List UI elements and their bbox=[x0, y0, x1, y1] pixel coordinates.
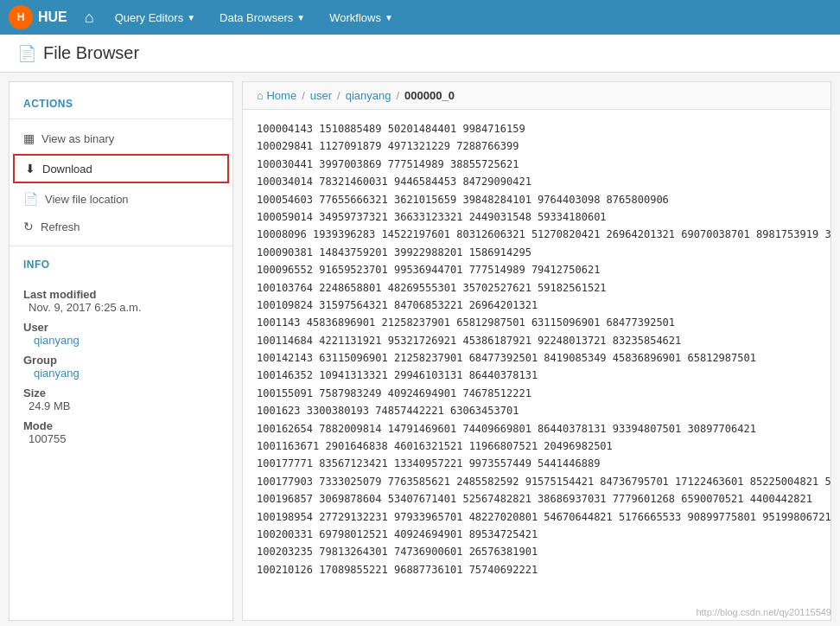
sidebar-item-download[interactable]: ⬇ Download bbox=[13, 154, 229, 183]
sidebar-divider-2 bbox=[10, 246, 232, 246]
file-line: 100030441 3997003869 777514989 388557256… bbox=[257, 156, 817, 173]
sidebar-item-view-as-binary[interactable]: ▦ View as binary bbox=[10, 125, 232, 152]
file-line: 100059014 34959737321 36633123321 244903… bbox=[257, 208, 817, 226]
file-browser-icon: 📄 bbox=[17, 44, 36, 63]
group-label: Group bbox=[23, 354, 219, 367]
page-title: File Browser bbox=[43, 43, 139, 63]
nav-data-browsers[interactable]: Data Browsers ▼ bbox=[207, 0, 317, 35]
nav-data-browsers-caret: ▼ bbox=[296, 13, 305, 22]
mode-value: 100755 bbox=[23, 432, 219, 445]
nav-workflows-label: Workflows bbox=[329, 11, 381, 24]
file-line: 100162654 7882009814 14791469601 7440966… bbox=[257, 420, 817, 438]
file-line: 100200331 69798012521 40924694901 895347… bbox=[257, 526, 817, 543]
breadcrumb-sep-3: / bbox=[396, 89, 399, 102]
hue-logo-icon: H bbox=[9, 5, 33, 29]
sidebar-item-refresh[interactable]: ↻ Refresh bbox=[10, 213, 232, 240]
file-line: 100142143 63115096901 21258237901 684773… bbox=[257, 349, 817, 367]
nav-data-browsers-label: Data Browsers bbox=[220, 11, 293, 24]
sidebar-item-download-label: Download bbox=[42, 163, 92, 176]
file-line: 100203235 79813264301 74736900601 265763… bbox=[257, 543, 817, 560]
file-content: 100004143 1510885489 50201484401 9984716… bbox=[243, 110, 830, 589]
sidebar-item-view-file-location[interactable]: 📄 View file location bbox=[10, 185, 232, 213]
view-binary-icon: ▦ bbox=[23, 131, 35, 145]
file-line: 100177903 7333025079 7763585621 24855825… bbox=[257, 473, 817, 490]
file-line: 100004143 1510885489 50201484401 9984716… bbox=[257, 120, 817, 137]
nav-workflows[interactable]: Workflows ▼ bbox=[317, 0, 405, 35]
page-header: 📄 File Browser bbox=[0, 35, 840, 73]
info-section-title: INFO bbox=[10, 252, 232, 274]
file-line: 100196857 3069878604 53407671401 5256748… bbox=[257, 490, 817, 508]
file-line: 100210126 17089855221 96887736101 757406… bbox=[257, 561, 817, 578]
file-line: 100146352 10941313321 29946103131 864403… bbox=[257, 367, 817, 384]
breadcrumb-sep-2: / bbox=[337, 89, 340, 102]
file-line: 100054603 77655666321 3621015659 3984828… bbox=[257, 191, 817, 208]
file-line: 100034014 78321460031 9446584453 8472909… bbox=[257, 173, 817, 190]
file-line: 100155091 7587983249 40924694901 7467851… bbox=[257, 385, 817, 402]
nav-query-editors-caret: ▼ bbox=[187, 13, 195, 22]
content-area: ⌂ Home / user / qianyang / 000000_0 1000… bbox=[242, 81, 831, 621]
mode-label: Mode bbox=[23, 419, 219, 432]
file-line: 10008096 1939396283 14522197601 80312606… bbox=[257, 226, 817, 243]
user-label: User bbox=[23, 321, 219, 334]
refresh-icon: ↻ bbox=[23, 220, 34, 233]
file-line: 100096552 91659523701 99536944701 777514… bbox=[257, 261, 817, 278]
info-section: Last modified Nov. 9, 2017 6:25 a.m. Use… bbox=[10, 274, 232, 452]
sidebar-item-view-file-location-label: View file location bbox=[45, 193, 129, 206]
home-nav-button[interactable]: ⌂ bbox=[76, 9, 103, 27]
sidebar-item-view-as-binary-label: View as binary bbox=[41, 132, 114, 145]
breadcrumb-sep-1: / bbox=[302, 89, 305, 102]
brand-logo[interactable]: H HUE bbox=[9, 5, 67, 29]
main-container: ACTIONS ▦ View as binary ⬇ Download 📄 Vi… bbox=[9, 81, 831, 621]
file-line: 1001143 45836896901 21258237901 65812987… bbox=[257, 314, 817, 331]
navbar: H HUE ⌂ Query Editors ▼ Data Browsers ▼ … bbox=[0, 0, 840, 35]
breadcrumb: ⌂ Home / user / qianyang / 000000_0 bbox=[243, 82, 830, 110]
group-value: qianyang bbox=[23, 367, 219, 380]
file-line: 100029841 1127091879 4971321229 72887663… bbox=[257, 137, 817, 155]
size-value: 24.9 MB bbox=[23, 399, 219, 412]
breadcrumb-qianyang[interactable]: qianyang bbox=[346, 89, 391, 102]
download-icon: ⬇ bbox=[25, 162, 35, 176]
size-label: Size bbox=[23, 386, 219, 399]
file-line: 100109824 31597564321 84706853221 269642… bbox=[257, 297, 817, 314]
file-line: 100198954 27729132231 97933965701 482270… bbox=[257, 508, 817, 526]
sidebar: ACTIONS ▦ View as binary ⬇ Download 📄 Vi… bbox=[9, 81, 233, 621]
last-modified-label: Last modified bbox=[23, 288, 219, 301]
nav-query-editors-label: Query Editors bbox=[115, 11, 183, 24]
watermark: http://blog.csdn.net/qy20115549 bbox=[696, 607, 831, 617]
brand-text: HUE bbox=[38, 10, 67, 25]
file-line: 100114684 4221131921 95321726921 4538618… bbox=[257, 332, 817, 349]
breadcrumb-user[interactable]: user bbox=[310, 89, 332, 102]
sidebar-item-refresh-label: Refresh bbox=[41, 220, 80, 233]
user-value: qianyang bbox=[23, 334, 219, 347]
file-line: 1001623 3300380193 74857442221 630634537… bbox=[257, 402, 817, 419]
actions-section-title: ACTIONS bbox=[10, 91, 232, 113]
breadcrumb-home[interactable]: ⌂ Home bbox=[257, 89, 296, 102]
last-modified-value: Nov. 9, 2017 6:25 a.m. bbox=[23, 301, 219, 314]
file-line: 100177771 83567123421 13340957221 997355… bbox=[257, 455, 817, 472]
nav-workflows-caret: ▼ bbox=[385, 13, 393, 22]
sidebar-divider-1 bbox=[10, 118, 232, 119]
file-line: 100090381 14843759201 39922988201 158691… bbox=[257, 244, 817, 261]
file-line: 1001163671 2901646838 46016321521 119668… bbox=[257, 438, 817, 455]
file-location-icon: 📄 bbox=[23, 192, 38, 206]
nav-query-editors[interactable]: Query Editors ▼ bbox=[103, 0, 207, 35]
breadcrumb-current-file: 000000_0 bbox=[404, 89, 455, 102]
file-line: 100103764 2248658801 48269555301 3570252… bbox=[257, 279, 817, 297]
